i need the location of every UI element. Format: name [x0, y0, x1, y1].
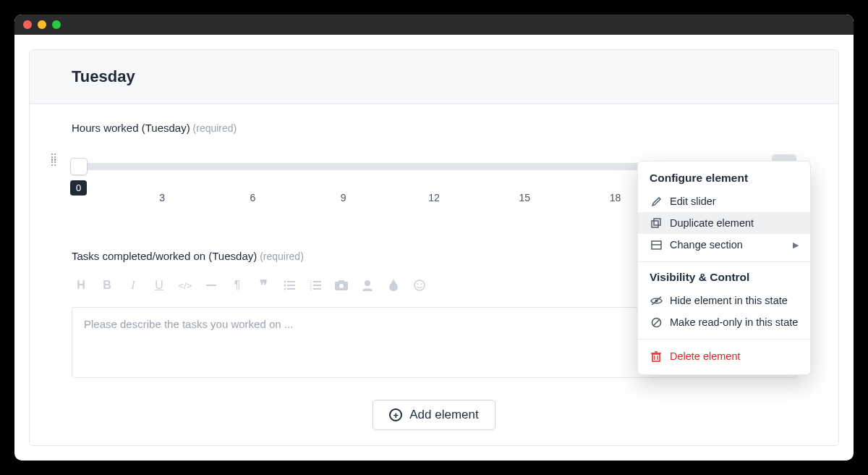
heading-icon[interactable]: H — [75, 279, 88, 292]
svg-rect-9 — [313, 285, 321, 286]
menu-separator — [638, 339, 810, 340]
tick-label: 6 — [250, 192, 256, 203]
chevron-right-icon: ▶ — [793, 240, 799, 250]
panel-title: Tuesday — [72, 67, 796, 86]
hr-icon[interactable] — [205, 285, 218, 286]
menu-separator — [638, 261, 810, 262]
pencil-icon — [650, 196, 663, 207]
content-area: Tuesday Hours worked (Tuesday) (required… — [14, 35, 854, 461]
drag-handle-icon[interactable]: ⠿⠿ — [50, 156, 58, 166]
code-icon[interactable]: </> — [179, 280, 192, 291]
svg-rect-27 — [652, 354, 660, 361]
paragraph-icon[interactable]: ¶ — [231, 279, 244, 292]
titlebar — [14, 14, 854, 35]
prohibit-icon — [650, 317, 663, 328]
svg-rect-19 — [652, 221, 658, 227]
minimize-window-icon[interactable] — [38, 20, 46, 29]
svg-rect-3 — [287, 285, 295, 286]
menu-delete-element[interactable]: Delete element — [638, 345, 810, 367]
app-window: Tuesday Hours worked (Tuesday) (required… — [14, 14, 854, 461]
svg-rect-11 — [313, 288, 321, 290]
svg-point-16 — [414, 280, 425, 290]
bullet-list-icon[interactable] — [283, 280, 296, 290]
svg-point-2 — [284, 285, 286, 287]
drop-icon[interactable] — [387, 279, 400, 291]
hours-field: Hours worked (Tuesday) (required) — [72, 122, 796, 134]
tick-label: 3 — [159, 192, 165, 203]
menu-section-configure: Configure element — [638, 169, 810, 190]
add-element-label: Add element — [409, 408, 478, 422]
svg-rect-13 — [339, 280, 344, 283]
tick-label: 9 — [341, 192, 346, 203]
plus-circle-icon: + — [389, 408, 402, 421]
italic-icon[interactable]: I — [127, 279, 140, 292]
menu-label: Make read-only in this state — [670, 316, 798, 328]
emoji-icon[interactable] — [413, 279, 426, 291]
menu-duplicate-element[interactable]: Duplicate element — [638, 212, 810, 234]
element-context-menu: Configure element Edit slider Duplicate … — [637, 161, 811, 375]
svg-rect-1 — [287, 281, 295, 282]
menu-change-section[interactable]: Change section ▶ — [638, 234, 810, 256]
underline-icon[interactable]: U — [153, 279, 166, 292]
panel-header: Tuesday — [30, 50, 838, 104]
menu-section-visibility: Visibility & Control — [638, 268, 810, 290]
panel-body: Hours worked (Tuesday) (required) ⠿⠿ 0 •… — [30, 104, 838, 385]
day-panel: Tuesday Hours worked (Tuesday) (required… — [29, 49, 839, 446]
add-element-button[interactable]: + Add element — [373, 400, 495, 430]
menu-label: Change section — [670, 239, 743, 251]
svg-text:3: 3 — [310, 287, 312, 290]
tasks-label: Tasks completed/worked on (Tuesday) — [72, 250, 257, 262]
tasks-required-hint: (required) — [260, 251, 304, 262]
menu-make-readonly[interactable]: Make read-only in this state — [638, 311, 810, 333]
menu-label: Hide element in this state — [670, 295, 788, 306]
menu-label: Delete element — [670, 350, 741, 362]
tick-label: 18 — [610, 192, 621, 203]
maximize-window-icon[interactable] — [52, 20, 61, 29]
svg-rect-7 — [313, 281, 321, 282]
quote-icon[interactable]: ❞ — [257, 277, 270, 294]
svg-point-0 — [284, 281, 286, 283]
user-icon[interactable] — [361, 279, 374, 291]
svg-line-26 — [653, 319, 660, 326]
hours-label: Hours worked (Tuesday) — [72, 122, 190, 134]
svg-point-14 — [339, 284, 344, 288]
camera-icon[interactable] — [335, 280, 348, 290]
menu-hide-element[interactable]: Hide element in this state — [638, 290, 810, 311]
svg-point-17 — [417, 283, 419, 285]
textarea-placeholder: Please describe the tasks you worked on … — [84, 318, 293, 330]
svg-rect-5 — [287, 288, 295, 290]
trash-icon — [650, 351, 663, 362]
menu-label: Duplicate element — [670, 217, 754, 229]
ordered-list-icon[interactable]: 123 — [309, 280, 322, 290]
slider-thumb[interactable] — [70, 158, 88, 175]
bold-icon[interactable]: B — [101, 279, 114, 292]
svg-point-4 — [284, 288, 286, 290]
svg-rect-20 — [654, 219, 660, 225]
add-element-row: + Add element — [30, 385, 838, 452]
eye-slash-icon — [650, 296, 663, 306]
menu-label: Edit slider — [670, 196, 716, 207]
close-window-icon[interactable] — [23, 20, 32, 29]
svg-point-15 — [365, 280, 370, 286]
hours-required-hint: (required) — [193, 122, 237, 134]
duplicate-icon — [650, 218, 663, 229]
tick-label: 12 — [428, 192, 440, 203]
section-icon — [650, 240, 663, 251]
tick-label: 15 — [519, 192, 530, 203]
svg-point-18 — [421, 283, 422, 285]
menu-edit-slider[interactable]: Edit slider — [638, 190, 810, 212]
